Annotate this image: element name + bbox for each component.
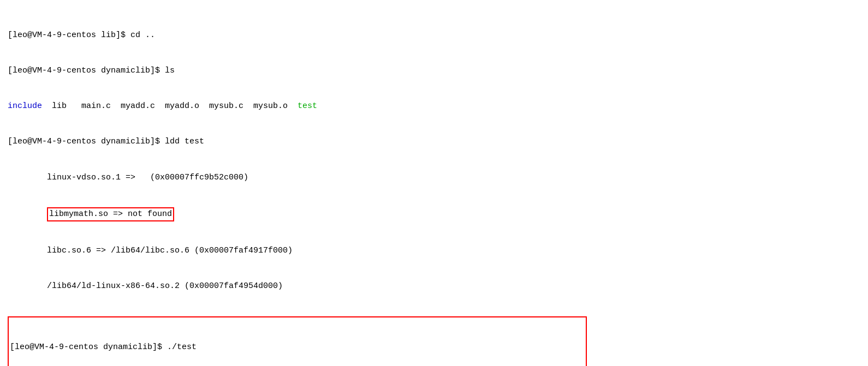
line-3-ls: include lib main.c myadd.c myadd.o mysub…	[8, 100, 860, 112]
error-block-box: [leo@VM-4-9-centos dynamiclib]$ ./test .…	[8, 316, 587, 367]
line-9a: [leo@VM-4-9-centos dynamiclib]$ ./test	[10, 341, 585, 353]
line-8: /lib64/ld-linux-x86-64.so.2 (0x00007faf4…	[8, 280, 860, 292]
libmymath-notfound-box: libmymath.so => not found	[47, 207, 174, 221]
ls-include: include	[8, 101, 42, 111]
line-6-notfound: libmymath.so => not found	[8, 207, 860, 221]
line-5: linux-vdso.so.1 => (0x00007ffc9b52c000)	[8, 172, 860, 184]
terminal-output: [leo@VM-4-9-centos lib]$ cd .. [leo@VM-4…	[8, 5, 860, 366]
line-2: [leo@VM-4-9-centos dynamiclib]$ ls	[8, 65, 860, 77]
ls-test: test	[298, 101, 317, 111]
line-1: [leo@VM-4-9-centos lib]$ cd ..	[8, 29, 860, 41]
line-4: [leo@VM-4-9-centos dynamiclib]$ ldd test	[8, 136, 860, 148]
line-7: libc.so.6 => /lib64/libc.so.6 (0x00007fa…	[8, 245, 860, 257]
